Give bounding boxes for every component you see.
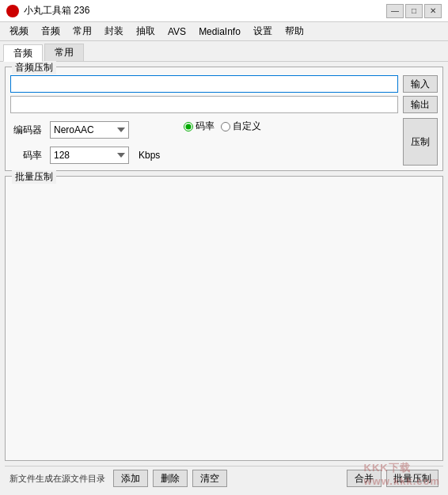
encoder-row: 编码器 NeroAACQAACFLACMP3 bbox=[10, 121, 160, 139]
kbps-label: Kbps bbox=[139, 150, 160, 161]
menu-item-视频[interactable]: 视频 bbox=[3, 23, 35, 40]
new-file-label: 新文件生成在源文件目录 bbox=[9, 473, 105, 485]
add-button[interactable]: 添加 bbox=[113, 470, 148, 487]
radio-bitrate[interactable] bbox=[184, 122, 193, 131]
input-file-field[interactable] bbox=[10, 75, 398, 93]
bitrate-select[interactable]: 6496128160192256320 bbox=[50, 147, 129, 164]
minimize-button[interactable]: — bbox=[386, 4, 404, 18]
batch-compress-section: 批量压制 bbox=[5, 176, 443, 461]
input-button[interactable]: 输入 bbox=[403, 75, 438, 93]
radio-custom-label[interactable]: 自定义 bbox=[221, 120, 261, 133]
menu-item-常用[interactable]: 常用 bbox=[66, 23, 98, 40]
menu-item-MediaInfo[interactable]: MediaInfo bbox=[192, 25, 247, 39]
compress-button[interactable]: 压制 bbox=[403, 118, 438, 166]
merge-button[interactable]: 合并 bbox=[347, 470, 382, 487]
batch-compress-title: 批量压制 bbox=[12, 170, 56, 184]
audio-compress-title: 音频压制 bbox=[12, 61, 56, 74]
bitrate-row: 码率 6496128160192256320 Kbps bbox=[10, 147, 160, 164]
bitrate-label: 码率 bbox=[10, 149, 42, 162]
radio-group-bitrate: 码率 自定义 bbox=[184, 120, 261, 133]
radio-custom-text: 自定义 bbox=[233, 120, 261, 133]
batch-box: 批量压制 bbox=[5, 176, 443, 461]
encoder-label: 编码器 bbox=[10, 124, 42, 137]
delete-button[interactable]: 删除 bbox=[153, 470, 188, 487]
bottom-left: 新文件生成在源文件目录 添加 删除 清空 bbox=[9, 470, 227, 487]
menu-item-设置[interactable]: 设置 bbox=[247, 23, 279, 40]
radio-bitrate-text: 码率 bbox=[196, 120, 215, 133]
encoder-select[interactable]: NeroAACQAACFLACMP3 bbox=[50, 121, 129, 139]
output-row: 输出 bbox=[10, 96, 438, 113]
maximize-button[interactable]: □ bbox=[405, 4, 423, 18]
menu-item-封装[interactable]: 封装 bbox=[98, 23, 130, 40]
content-area: 音频压制 输入 输出 编码器 NeroAACQAACFLACMP3 码率 649… bbox=[0, 62, 448, 495]
tab-音频[interactable]: 音频 bbox=[3, 44, 43, 62]
bottom-right: 合并 批量压制 bbox=[347, 470, 439, 487]
menu-item-AVS[interactable]: AVS bbox=[161, 25, 192, 39]
batch-compress-button[interactable]: 批量压制 bbox=[386, 470, 439, 487]
output-file-field[interactable] bbox=[10, 96, 398, 113]
batch-list[interactable] bbox=[9, 185, 439, 457]
menu-bar: 视频音频常用封装抽取AVSMediaInfo设置帮助 bbox=[0, 22, 448, 41]
title-bar: 小丸工具箱 236 — □ ✕ bbox=[0, 0, 448, 22]
input-row: 输入 bbox=[10, 75, 438, 93]
menu-item-抽取[interactable]: 抽取 bbox=[130, 23, 161, 40]
tab-bar: 音频常用 bbox=[0, 41, 448, 62]
title-bar-controls: — □ ✕ bbox=[386, 4, 442, 18]
menu-item-帮助[interactable]: 帮助 bbox=[279, 23, 310, 40]
audio-compress-section: 音频压制 输入 输出 编码器 NeroAACQAACFLACMP3 码率 649… bbox=[5, 67, 443, 171]
tab-常用[interactable]: 常用 bbox=[44, 44, 84, 61]
bottom-bar: 新文件生成在源文件目录 添加 删除 清空 合并 批量压制 bbox=[5, 466, 443, 490]
title-bar-left: 小丸工具箱 236 bbox=[6, 4, 89, 17]
output-button[interactable]: 输出 bbox=[403, 96, 438, 113]
close-button[interactable]: ✕ bbox=[424, 4, 442, 18]
radio-custom[interactable] bbox=[221, 122, 230, 131]
window-title: 小丸工具箱 236 bbox=[24, 4, 89, 17]
app-icon bbox=[6, 5, 19, 17]
clear-button[interactable]: 清空 bbox=[192, 470, 227, 487]
radio-bitrate-label[interactable]: 码率 bbox=[184, 120, 215, 133]
menu-item-音频[interactable]: 音频 bbox=[35, 23, 66, 40]
